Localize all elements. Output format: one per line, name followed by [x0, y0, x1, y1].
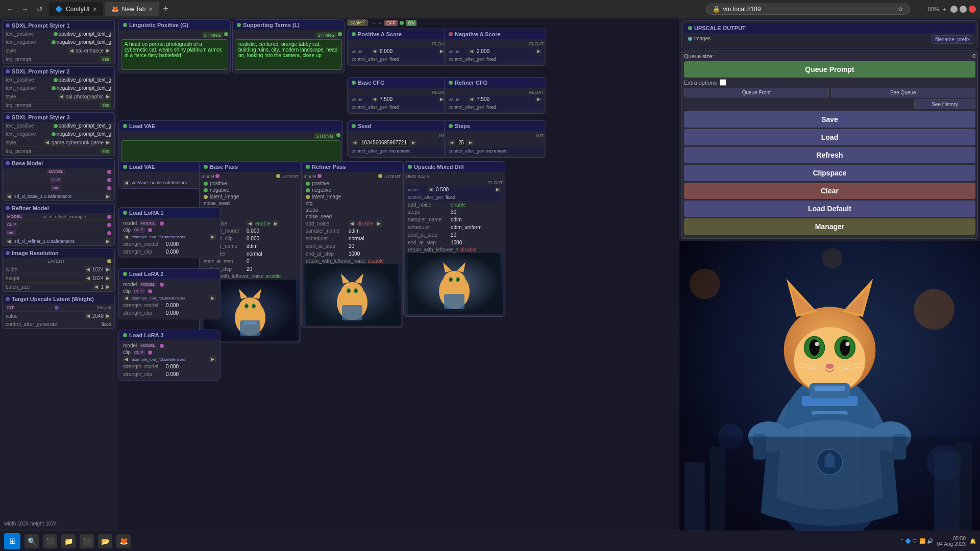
ckpt-prev[interactable]: ◀ [6, 193, 12, 199]
new-tab-btn[interactable]: + [161, 3, 171, 15]
width-next[interactable]: ▶ [105, 266, 111, 272]
style-next-2[interactable]: ▶ [105, 93, 111, 99]
tab-close2[interactable]: × [149, 5, 153, 13]
start-button[interactable]: ⊞ [4, 533, 20, 549]
noise-next[interactable]: ▶ [273, 220, 279, 227]
close-btn[interactable] [969, 6, 976, 13]
files-btn[interactable]: 📂 [98, 534, 112, 548]
see-history-btn[interactable]: See History [914, 99, 975, 109]
height-next[interactable]: ▶ [105, 275, 111, 281]
clear-btn[interactable]: Clear [684, 183, 975, 199]
lora3-prev[interactable]: ◀ [123, 356, 130, 362]
arrows-indicator: ←→ [372, 20, 382, 26]
load-default-btn[interactable]: Load Default [684, 201, 975, 217]
val-left[interactable]: ◀ [469, 49, 475, 54]
ref-negative: negative [304, 187, 401, 193]
taskview-btn[interactable]: ⬛ [43, 534, 57, 548]
val-prev[interactable]: ◀ [85, 313, 91, 319]
style-prev-2[interactable]: ◀ [58, 93, 65, 99]
node-dot [123, 333, 127, 337]
lora3-next[interactable]: ▶ [209, 356, 216, 362]
steps-left[interactable]: ◀ [449, 140, 455, 145]
style-next-3[interactable]: ▶ [105, 139, 111, 145]
ckpt-next-r[interactable]: ▶ [105, 238, 111, 244]
positive-text[interactable]: A head on portrait photograph of a cyber… [121, 39, 228, 70]
lora2-sm: strength_model 0.000 [121, 302, 218, 309]
height-prev[interactable]: ◀ [85, 275, 91, 281]
val-left[interactable]: ◀ [372, 97, 378, 102]
tab-newtab[interactable]: 🦊 New Tab × [105, 2, 159, 16]
log-yes-2: Yes [100, 102, 111, 108]
ckpt-next[interactable]: ▶ [105, 193, 111, 199]
file-explorer[interactable]: 📁 [61, 534, 76, 548]
int-label: INT [447, 133, 544, 138]
val-next[interactable]: ▶ [105, 313, 111, 319]
save-btn[interactable]: Save [684, 111, 975, 128]
umd-right[interactable]: ▶ [495, 187, 501, 192]
svg-point-7 [246, 305, 248, 307]
node-dot7 [6, 297, 10, 301]
node-active-dot [237, 23, 241, 27]
umd-left[interactable]: ◀ [428, 187, 434, 192]
noise-prev-r[interactable]: ◀ [349, 220, 355, 227]
refresh-btn[interactable]: Refresh [684, 147, 975, 163]
batch-next[interactable]: ▶ [105, 284, 111, 290]
width-value: 1024 [92, 267, 104, 272]
clipspace-btn[interactable]: Clipspace [684, 165, 975, 181]
base-model-header: Base Model [3, 159, 114, 168]
lora-prev[interactable]: ◀ [123, 234, 130, 240]
reload-btn[interactable]: ↺ [35, 4, 45, 14]
style-prev[interactable]: ◀ [68, 47, 75, 54]
back-btn[interactable]: ← [4, 4, 15, 14]
center-canvas[interactable]: Linguistic Positive (G) STRING A head on… [117, 18, 679, 531]
notification-btn[interactable]: 🔔 [970, 538, 976, 544]
steps-right[interactable]: ▶ [468, 140, 474, 145]
lora2-next[interactable]: ▶ [209, 295, 216, 301]
width-prev[interactable]: ◀ [85, 266, 91, 272]
seed-ctrl: control_after_gen increment [350, 147, 447, 155]
maximize-btn[interactable] [960, 6, 967, 13]
terminal-btn[interactable]: ⬛ [80, 534, 94, 548]
supporting-text[interactable]: realistic, centered, orange tabby cat, b… [235, 39, 342, 70]
steps-node: Steps INT ◀ 25 ▶ control_after_gen incre… [444, 120, 546, 158]
tab-comfyui[interactable]: 🔷 ComfyUI × [49, 2, 103, 16]
filename-prefix[interactable]: filename_prefix [932, 35, 973, 44]
star-icon[interactable]: ☆ [898, 6, 903, 13]
noise-prev[interactable]: ◀ [247, 220, 253, 227]
node-dot5 [6, 206, 10, 210]
extra-options-checkbox[interactable] [720, 79, 726, 86]
queue-front-btn[interactable]: Queue Front [684, 88, 829, 97]
toggle-on[interactable]: ON [406, 20, 417, 26]
val-right[interactable]: ▶ [535, 49, 542, 54]
ckpt-prev-r[interactable]: ◀ [6, 238, 12, 244]
val-left[interactable]: ◀ [469, 97, 475, 102]
forward-btn[interactable]: → [19, 4, 31, 14]
val-right[interactable]: ▶ [535, 97, 542, 102]
vae-prev[interactable]: ◀ [123, 180, 130, 186]
minimize-btn[interactable] [950, 6, 958, 13]
queue-prompt-btn[interactable]: Queue Prompt [684, 61, 975, 78]
noise-next-r[interactable]: ▶ [376, 220, 382, 227]
search-taskbar[interactable]: 🔍 [24, 534, 39, 548]
style-prev-3[interactable]: ◀ [44, 139, 51, 145]
seed-right[interactable]: ▶ [410, 140, 416, 145]
manager-btn[interactable]: Manager [684, 218, 975, 235]
load-btn[interactable]: Load [684, 129, 975, 145]
toggle-off[interactable]: OFF [384, 20, 398, 26]
lora-next[interactable]: ▶ [209, 234, 216, 240]
scale-toggle[interactable]: scale? ←→ OFF ON [347, 19, 416, 26]
address-bar[interactable]: 🔒 vm.local:8189 ☆ [706, 4, 910, 15]
svg-rect-30 [444, 294, 464, 309]
seed-left[interactable]: ◀ [352, 140, 358, 145]
height-status: 1024 [45, 521, 57, 527]
batch-prev[interactable]: ◀ [93, 284, 100, 290]
style-next[interactable]: ▶ [105, 47, 111, 54]
zoom-plus[interactable]: + [943, 6, 946, 12]
lora2-prev[interactable]: ◀ [123, 295, 130, 301]
see-queue-btn[interactable]: See Queue [831, 88, 976, 97]
terminal-icon: ⬛ [83, 537, 91, 545]
firefox-btn[interactable]: 🦊 [116, 534, 131, 548]
val-left[interactable]: ◀ [372, 49, 378, 54]
connector-dot [107, 186, 111, 190]
tab-close[interactable]: × [93, 5, 97, 13]
